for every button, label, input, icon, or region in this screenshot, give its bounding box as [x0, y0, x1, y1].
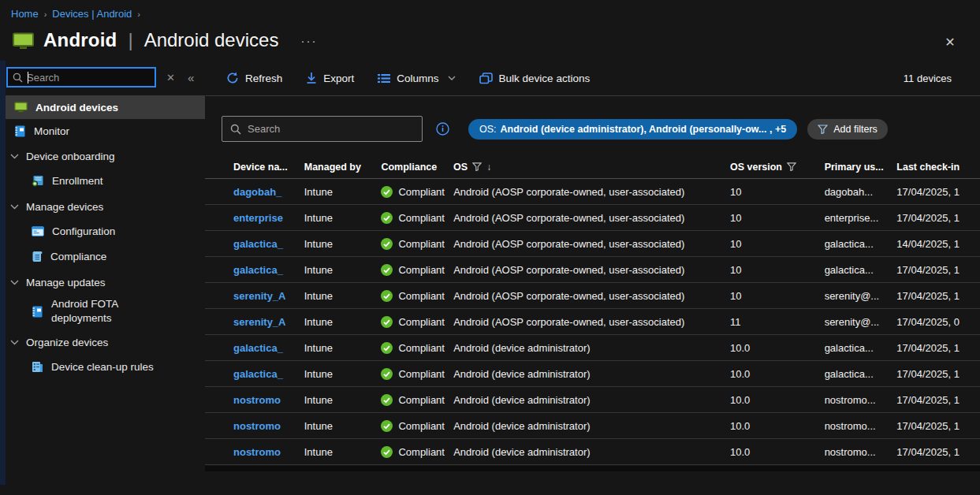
header-os-version[interactable]: OS version — [730, 162, 825, 173]
sidebar: ✕ « Android devices Monitor Device onboa… — [0, 61, 205, 481]
horizontal-scrollbar[interactable] — [205, 466, 980, 471]
table-row[interactable]: nostromo Intune Compliant Android (devic… — [205, 387, 980, 413]
add-filters-button[interactable]: Add filters — [807, 119, 888, 140]
table-row[interactable]: dagobah_ Intune Compliant Android (AOSP … — [205, 179, 980, 205]
export-button[interactable]: Export — [306, 72, 354, 84]
device-name-link[interactable]: galactica_ — [233, 368, 304, 380]
header-primary-user[interactable]: Primary us... — [825, 162, 897, 173]
table-row[interactable]: nostromo Intune Compliant Android (devic… — [205, 439, 980, 465]
managed-by-cell: Intune — [304, 342, 382, 354]
device-name-link[interactable]: serenity_A — [233, 316, 304, 328]
sidebar-item-label: Configuration — [52, 225, 115, 237]
compliance-label: Compliant — [398, 394, 445, 406]
table-row[interactable]: enterprise Intune Compliant Android (AOS… — [205, 205, 980, 231]
primary-user-cell: nostromo... — [825, 446, 897, 458]
sidebar-item-monitor[interactable]: Monitor — [0, 119, 205, 143]
header-managed-by[interactable]: Managed by — [304, 162, 382, 173]
device-name-link[interactable]: galactica_ — [233, 342, 304, 354]
sidebar-item-device-cleanup-rules[interactable]: Device clean-up rules — [0, 354, 205, 379]
table-row[interactable]: galactica_ Intune Compliant Android (AOS… — [205, 257, 980, 283]
chevron-down-icon — [10, 204, 19, 210]
refresh-button[interactable]: Refresh — [226, 72, 282, 84]
header-device-name[interactable]: Device na... — [233, 162, 304, 173]
sidebar-search-input[interactable] — [27, 72, 121, 84]
primary-user-cell: serenity@... — [825, 290, 897, 302]
compliance-label: Compliant — [398, 368, 445, 380]
device-name-link[interactable]: nostromo — [233, 394, 304, 406]
device-search-input[interactable] — [248, 123, 397, 135]
sidebar-item-android-devices[interactable]: Android devices — [0, 95, 205, 119]
sidebar-group-label: Manage updates — [26, 277, 106, 288]
device-name-link[interactable]: nostromo — [233, 420, 304, 432]
sidebar-item-configuration[interactable]: Configuration — [0, 218, 205, 244]
sidebar-group-manage-devices[interactable]: Manage devices — [0, 195, 205, 218]
table-row[interactable]: galactica_ Intune Compliant Android (dev… — [205, 335, 980, 361]
device-name-link[interactable]: galactica_ — [233, 264, 304, 276]
compliance-cell: Compliant — [381, 368, 453, 380]
table-body: dagobah_ Intune Compliant Android (AOSP … — [205, 179, 980, 465]
device-name-link[interactable]: galactica_ — [233, 238, 304, 250]
device-search-box[interactable] — [222, 116, 423, 142]
clear-search-icon[interactable]: ✕ — [163, 70, 178, 85]
last-checkin-cell: 17/04/2025, 1 — [896, 212, 980, 224]
header-compliance[interactable]: Compliance — [381, 162, 453, 173]
info-icon[interactable] — [436, 122, 449, 136]
managed-by-cell: Intune — [304, 368, 382, 380]
bulk-device-actions-button[interactable]: Bulk device actions — [479, 73, 591, 84]
columns-button[interactable]: Columns — [378, 73, 455, 84]
columns-list-icon — [378, 73, 390, 84]
collapse-sidebar-icon[interactable]: « — [185, 71, 196, 84]
compliance-cell: Compliant — [381, 420, 453, 432]
table-row[interactable]: galactica_ Intune Compliant Android (dev… — [205, 361, 980, 387]
device-name-link[interactable]: enterprise — [233, 212, 304, 224]
sidebar-search-box[interactable] — [6, 67, 156, 87]
sidebar-item-label: Compliance — [50, 251, 106, 262]
last-checkin-cell: 14/04/2025, 1 — [896, 238, 980, 250]
sidebar-group-organize-devices[interactable]: Organize devices — [0, 330, 205, 354]
device-name-link[interactable]: nostromo — [233, 446, 304, 458]
close-blade-button[interactable]: ✕ — [942, 35, 958, 50]
compliance-cell: Compliant — [381, 238, 453, 250]
table-row[interactable]: serenity_A Intune Compliant Android (AOS… — [205, 309, 980, 335]
sidebar-item-android-fota-deployments[interactable]: Android FOTA deployments — [0, 294, 205, 329]
header-last-checkin[interactable]: Last check-in — [896, 162, 980, 173]
enrollment-icon — [32, 175, 44, 187]
devices-table: Device na... Managed by Compliance OS ↓ … — [205, 155, 980, 465]
notebook-icon — [32, 306, 43, 318]
os-version-cell: 10.0 — [730, 368, 825, 380]
managed-by-cell: Intune — [304, 290, 382, 302]
managed-by-cell: Intune — [304, 264, 382, 276]
sidebar-item-enrollment[interactable]: Enrollment — [0, 168, 205, 193]
table-row[interactable]: nostromo Intune Compliant Android (devic… — [205, 413, 980, 439]
os-filter-pill[interactable]: OS: Android (device administrator), Andr… — [468, 119, 797, 140]
primary-user-cell: galactica... — [825, 238, 897, 250]
device-name-link[interactable]: serenity_A — [233, 290, 304, 302]
compliant-check-icon — [381, 446, 393, 458]
breadcrumb-devices-android[interactable]: Devices | Android — [52, 8, 132, 20]
chevron-down-icon — [10, 340, 19, 345]
primary-user-cell: nostromo... — [825, 394, 897, 406]
primary-user-cell: dagobah... — [825, 186, 897, 198]
more-options-button[interactable]: ··· — [300, 34, 317, 47]
rules-list-icon — [32, 361, 43, 373]
managed-by-cell: Intune — [304, 446, 382, 458]
table-row[interactable]: serenity_A Intune Compliant Android (AOS… — [205, 283, 980, 309]
sidebar-group-device-onboarding[interactable]: Device onboarding — [0, 144, 205, 168]
last-checkin-cell: 17/04/2025, 1 — [896, 394, 980, 406]
device-name-link[interactable]: dagobah_ — [233, 186, 304, 198]
chevron-right-icon: › — [137, 9, 140, 19]
header-os[interactable]: OS ↓ — [453, 162, 730, 173]
compliance-cell: Compliant — [381, 394, 453, 406]
main-content: Refresh Export Columns — [205, 61, 980, 481]
breadcrumb-home[interactable]: Home — [11, 8, 39, 20]
page-header: Android | Android devices ··· — [0, 20, 980, 59]
os-cell: Android (AOSP corporate-owned, user-asso… — [453, 212, 730, 224]
android-monitor-icon — [13, 32, 34, 50]
table-row[interactable]: galactica_ Intune Compliant Android (AOS… — [205, 231, 980, 257]
sidebar-item-compliance[interactable]: Compliance — [0, 244, 205, 269]
chevron-down-icon — [10, 154, 19, 159]
compliance-label: Compliant — [398, 342, 445, 354]
os-cell: Android (AOSP corporate-owned, user-asso… — [453, 316, 730, 328]
primary-user-cell: nostromo... — [825, 420, 897, 432]
sidebar-group-manage-updates[interactable]: Manage updates — [0, 270, 205, 294]
